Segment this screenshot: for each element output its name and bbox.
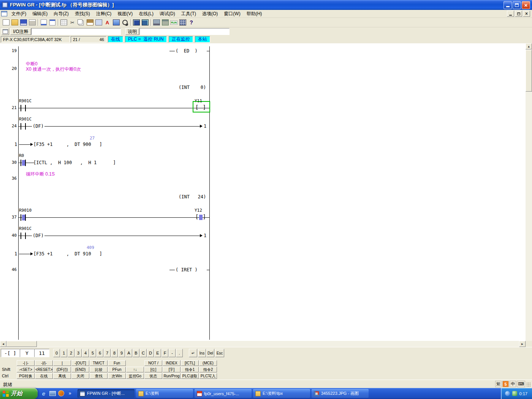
function-key[interactable]: Run/Prog bbox=[163, 373, 180, 379]
keypad-key[interactable]: 5 bbox=[89, 349, 96, 357]
keypad-key[interactable]: C bbox=[140, 349, 147, 357]
function-key[interactable]: (END) bbox=[71, 367, 89, 372]
function-key[interactable]: 关闭 bbox=[71, 373, 89, 379]
keypad-key[interactable]: E bbox=[154, 349, 161, 357]
function-key[interactable]: PLC写入 bbox=[199, 373, 217, 379]
media-player-icon[interactable] bbox=[58, 390, 65, 397]
menu-item[interactable]: 工具(T) bbox=[178, 10, 199, 18]
scroll-right-button[interactable]: ► bbox=[519, 341, 526, 347]
iret-instruction[interactable]: ( IRET ) bbox=[175, 267, 198, 272]
function-key[interactable]: -| |- bbox=[17, 360, 35, 366]
function-key[interactable]: PFun bbox=[108, 367, 126, 372]
operand-type-field[interactable]: Y bbox=[20, 349, 34, 357]
function-key[interactable]: (MCE) bbox=[199, 360, 217, 366]
taskbar-window-button[interactable]: 3455223.JPG - 画图 bbox=[312, 389, 369, 398]
separator[interactable] bbox=[149, 19, 152, 27]
minimize-button[interactable] bbox=[504, 1, 512, 9]
separator[interactable] bbox=[57, 19, 59, 27]
keypad-key[interactable]: . bbox=[176, 349, 183, 357]
vertical-scroll-thumb[interactable] bbox=[526, 50, 532, 92]
ladder-monitor-icon[interactable] bbox=[132, 19, 141, 27]
find-icon[interactable] bbox=[120, 19, 129, 27]
keypad-key[interactable]: 0 bbox=[53, 349, 60, 357]
ime-keyboard-icon[interactable]: ⌨ bbox=[517, 381, 525, 387]
child-close-button[interactable] bbox=[523, 11, 530, 17]
function-key[interactable]: | bbox=[53, 360, 71, 366]
keypad-key[interactable]: 6 bbox=[97, 349, 103, 357]
keypad-key[interactable]: A bbox=[125, 349, 132, 357]
function-key[interactable]: 比较 bbox=[90, 367, 108, 372]
keypad-key[interactable]: D bbox=[147, 349, 154, 357]
description-input[interactable] bbox=[139, 28, 230, 35]
horizontal-scrollbar[interactable]: ◄ ► bbox=[0, 341, 526, 347]
insert-key[interactable]: Ins bbox=[198, 349, 206, 357]
tray-network-icon[interactable] bbox=[505, 391, 510, 396]
delete-key[interactable]: Del bbox=[206, 349, 214, 357]
keypad-key[interactable]: 8 bbox=[111, 349, 118, 357]
print-icon[interactable] bbox=[28, 19, 36, 27]
function-key[interactable]: <RESET> bbox=[35, 367, 53, 372]
function-key[interactable]: -[OUT] bbox=[71, 360, 89, 366]
list-monitor-icon[interactable] bbox=[141, 19, 149, 27]
ime-mode-icon[interactable]: 矩 bbox=[495, 381, 502, 387]
comment-view-button[interactable] bbox=[2, 28, 9, 35]
enter-key[interactable]: ↵ bbox=[189, 349, 197, 357]
function-key[interactable]: PLC读取 bbox=[181, 373, 199, 379]
menu-item[interactable]: 注释(C) bbox=[93, 10, 115, 18]
function-key[interactable]: 在线 bbox=[35, 373, 53, 379]
df-instruction[interactable]: (DF) bbox=[32, 124, 44, 129]
menu-item[interactable]: 编辑(E) bbox=[29, 10, 51, 18]
coil-y12-on[interactable] bbox=[195, 214, 206, 221]
menu-item[interactable]: 查找(S) bbox=[72, 10, 93, 18]
quick-launch-overflow[interactable]: » bbox=[66, 390, 73, 397]
page-up-icon[interactable] bbox=[39, 19, 48, 27]
contact-r9010-on[interactable] bbox=[21, 214, 26, 221]
keypad-key[interactable]: 1 bbox=[60, 349, 67, 357]
menu-item[interactable]: 调试(D) bbox=[157, 10, 178, 18]
function-key[interactable]: PG转换 bbox=[17, 373, 35, 379]
keypad-key[interactable]: 2 bbox=[68, 349, 74, 357]
function-key[interactable]: 查找 bbox=[90, 373, 108, 379]
taskbar-window-button[interactable]: E:\资料 bbox=[136, 389, 193, 398]
ed-instruction[interactable]: ( ED ) bbox=[175, 48, 198, 54]
new-document-icon[interactable] bbox=[2, 19, 10, 27]
function-key[interactable]: -|/|- bbox=[35, 360, 53, 366]
df-instruction[interactable]: (DF) bbox=[32, 233, 44, 238]
insert-block-icon[interactable] bbox=[94, 19, 103, 27]
menu-item[interactable]: 向导(Z) bbox=[51, 10, 71, 18]
open-file-icon[interactable] bbox=[10, 19, 19, 27]
scroll-left-button[interactable]: ◄ bbox=[0, 341, 6, 347]
save-icon[interactable] bbox=[19, 19, 28, 27]
copy-icon[interactable] bbox=[77, 19, 86, 27]
f35-instruction[interactable]: [F35 +1 , DT 910 ] bbox=[33, 251, 102, 256]
io-comment-input[interactable] bbox=[31, 28, 121, 35]
show-desktop-icon[interactable] bbox=[49, 390, 56, 397]
function-key[interactable]: ↑↓ bbox=[126, 367, 144, 372]
function-key[interactable]: INDEX bbox=[163, 360, 180, 366]
cut-icon[interactable] bbox=[68, 19, 77, 27]
contact-r0-on[interactable] bbox=[21, 160, 26, 166]
escape-key[interactable]: Esc bbox=[215, 349, 224, 357]
function-key[interactable]: TM/CT bbox=[90, 360, 108, 366]
function-key[interactable]: 指令2 bbox=[199, 367, 217, 372]
contact-r901c[interactable] bbox=[21, 105, 26, 111]
contact-r901c[interactable] bbox=[21, 233, 26, 239]
horizontal-scroll-thumb[interactable] bbox=[6, 341, 37, 347]
internet-explorer-icon[interactable] bbox=[40, 390, 47, 397]
int0-instruction[interactable]: (INT 0) bbox=[179, 85, 206, 90]
function-key[interactable]: Fun bbox=[108, 360, 126, 366]
function-key[interactable]: 离线 bbox=[53, 373, 71, 379]
close-button[interactable] bbox=[522, 1, 530, 9]
child-minimize-button[interactable] bbox=[507, 11, 514, 17]
f35-instruction[interactable]: [F35 +1 , DT 900 ] bbox=[33, 142, 102, 147]
separator[interactable] bbox=[129, 19, 132, 27]
operand-address-field[interactable]: 11 bbox=[34, 349, 49, 357]
keypad-key[interactable]: 7 bbox=[104, 349, 111, 357]
function-key[interactable]: [字] bbox=[163, 367, 180, 372]
function-key[interactable]: 次Win bbox=[108, 373, 126, 379]
help-icon[interactable] bbox=[187, 19, 196, 27]
keypad-key[interactable]: 4 bbox=[82, 349, 89, 357]
keypad-key[interactable]: - bbox=[169, 349, 176, 357]
menu-item[interactable]: 窗口(W) bbox=[221, 10, 243, 18]
vertical-scrollbar[interactable]: ▲ ▼ bbox=[526, 43, 532, 347]
